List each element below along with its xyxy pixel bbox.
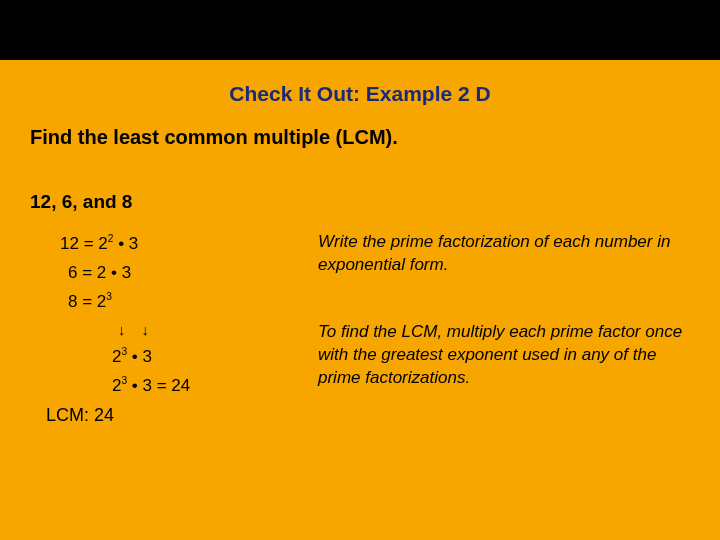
eq-12: 12 = 22 • 3 bbox=[60, 234, 270, 254]
eq-base: 2 bbox=[97, 263, 106, 282]
eq-base: 2 bbox=[98, 234, 107, 253]
arrow-down-icon: ↓ bbox=[118, 321, 142, 338]
factorization-column: 12 = 22 • 3 6 = 2 • 3 8 = 23 ↓↓ 23 • 3 2… bbox=[30, 225, 270, 426]
slide: Check It Out: Example 2 D Find the least… bbox=[0, 60, 720, 540]
numbers: 12, 6, and 8 bbox=[30, 191, 690, 213]
explanation-2: To find the LCM, multiply each prime fac… bbox=[318, 321, 690, 390]
combine-line-2: 23 • 3 = 24 bbox=[112, 376, 270, 396]
combine-line-1: 23 • 3 bbox=[112, 347, 270, 367]
slide-title: Check It Out: Example 2 D bbox=[30, 82, 690, 106]
eq-tail: • 3 = 24 bbox=[127, 376, 190, 395]
eq-tail: • 3 bbox=[106, 263, 131, 282]
eq-tail: • 3 bbox=[127, 347, 152, 366]
answer: LCM: 24 bbox=[46, 405, 270, 426]
work-area: 12 = 22 • 3 6 = 2 • 3 8 = 23 ↓↓ 23 • 3 2… bbox=[30, 225, 690, 426]
eq-6: 6 = 2 • 3 bbox=[68, 263, 270, 283]
arrows: ↓↓ bbox=[118, 321, 270, 338]
explanation-1: Write the prime factorization of each nu… bbox=[318, 231, 690, 277]
prompt: Find the least common multiple (LCM). bbox=[30, 126, 690, 149]
eq-num: 6 bbox=[68, 263, 77, 282]
eq-num: 8 bbox=[68, 292, 77, 311]
arrow-down-icon: ↓ bbox=[142, 321, 166, 338]
explanation-column: Write the prime factorization of each nu… bbox=[318, 225, 690, 426]
eq-tail: • 3 bbox=[113, 234, 138, 253]
eq-8: 8 = 23 bbox=[68, 292, 270, 312]
eq-exp: 3 bbox=[106, 291, 112, 302]
eq-num: 12 bbox=[60, 234, 79, 253]
eq-base: 2 bbox=[97, 292, 106, 311]
